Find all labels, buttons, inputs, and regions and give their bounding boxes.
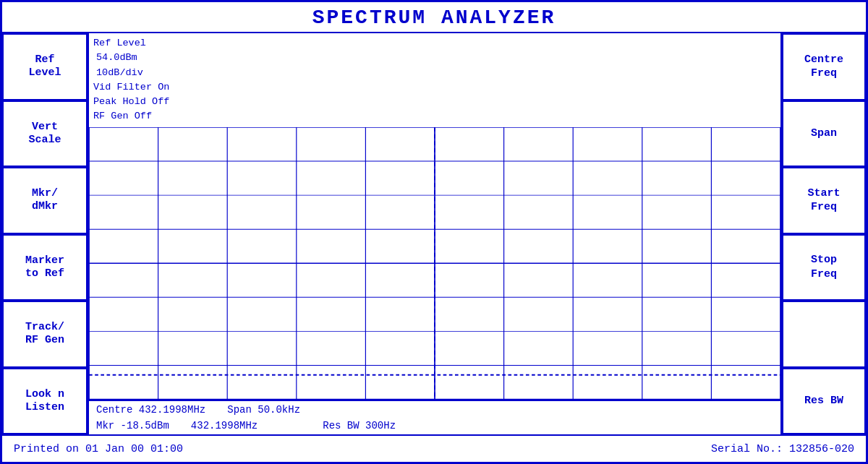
marker-freq: 432.1998MHz: [191, 420, 258, 431]
info-panel: Ref Level 54.0dBm 10dB/div Vid Filter On…: [89, 33, 780, 127]
span-btn[interactable]: Span: [782, 100, 866, 168]
marker-value: Mkr -18.5dBm: [96, 420, 169, 431]
track-rf-gen-btn[interactable]: Track/RF Gen: [2, 301, 88, 368]
empty-btn: [782, 301, 866, 368]
start-freq-btn[interactable]: StartFreq: [782, 167, 866, 234]
mkr-dmkr-btn[interactable]: Mkr/dMkr: [2, 167, 88, 234]
marker-to-ref-btn[interactable]: Markerto Ref: [2, 234, 88, 301]
printed-label: Printed on 01 Jan 00 01:00: [14, 443, 183, 455]
vert-scale: 10dB/div: [93, 66, 776, 80]
rf-gen: RF Gen Off: [93, 109, 776, 124]
app-title: SPECTRUM ANALYZER: [2, 2, 866, 33]
grid-svg: [89, 127, 780, 400]
centre-status: Centre 432.1998MHz: [96, 404, 205, 416]
spectrum-grid: [89, 127, 780, 401]
app-window: SPECTRUM ANALYZER RefLevel VertScale Mkr…: [0, 0, 868, 464]
status-row: Centre 432.1998MHz Span 50.0kHz: [89, 400, 780, 418]
vid-filter: Vid Filter On: [93, 80, 776, 95]
serial-label: Serial No.: 132856-020: [711, 443, 854, 455]
ref-level-display: Ref Level: [93, 36, 776, 51]
res-bw-btn[interactable]: Res BW: [782, 368, 866, 435]
centre-freq-btn[interactable]: CentreFreq: [782, 33, 866, 100]
look-n-listen-btn[interactable]: Look nListen: [2, 368, 88, 435]
left-sidebar: RefLevel VertScale Mkr/dMkr Markerto Ref…: [2, 33, 89, 434]
marker-row: Mkr -18.5dBm 432.1998MHz Res BW 300Hz: [89, 418, 780, 434]
ref-level-value: 54.0dBm: [93, 51, 776, 65]
center-area: Ref Level 54.0dBm 10dB/div Vid Filter On…: [89, 33, 780, 434]
peak-hold: Peak Hold Off: [93, 95, 776, 109]
ref-level-label: Ref Level: [93, 38, 146, 48]
res-bw-status: Res BW 300Hz: [323, 420, 396, 431]
vert-scale-btn[interactable]: VertScale: [2, 100, 88, 168]
stop-freq-btn[interactable]: StopFreq: [782, 234, 866, 301]
right-sidebar: CentreFreq Span StartFreq StopFreq Res B…: [780, 33, 866, 434]
footer-bar: Printed on 01 Jan 00 01:00 Serial No.: 1…: [2, 434, 866, 462]
main-area: RefLevel VertScale Mkr/dMkr Markerto Ref…: [2, 33, 866, 434]
ref-level-btn[interactable]: RefLevel: [2, 33, 88, 100]
span-status: Span 50.0kHz: [227, 404, 300, 416]
